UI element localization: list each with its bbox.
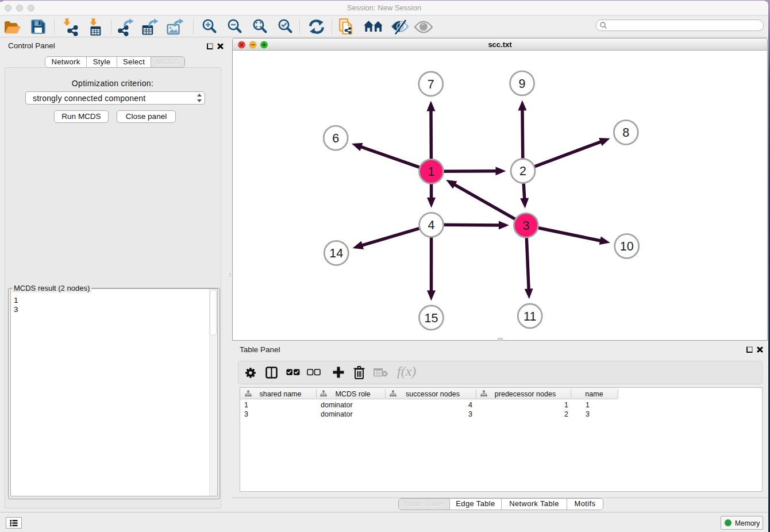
svg-text:1: 1 bbox=[428, 165, 435, 179]
svg-text:7: 7 bbox=[428, 78, 434, 91]
svg-text:8: 8 bbox=[622, 126, 629, 140]
svg-text:6: 6 bbox=[332, 132, 339, 145]
svg-text:11: 11 bbox=[523, 310, 536, 323]
svg-text:10: 10 bbox=[620, 240, 634, 253]
svg-text:15: 15 bbox=[424, 311, 438, 325]
svg-text:4: 4 bbox=[428, 218, 435, 232]
svg-text:9: 9 bbox=[519, 77, 526, 91]
svg-text:3: 3 bbox=[522, 219, 529, 233]
svg-text:2: 2 bbox=[519, 164, 526, 178]
svg-text:14: 14 bbox=[329, 246, 343, 260]
